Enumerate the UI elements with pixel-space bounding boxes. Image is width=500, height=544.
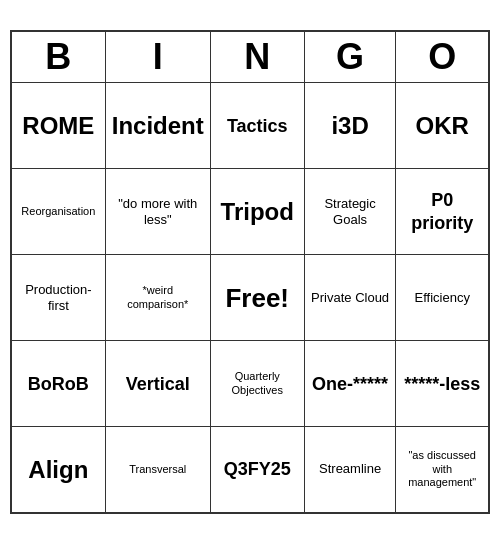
header-i: I [105,31,210,83]
cell-content: Strategic Goals [311,196,390,229]
bingo-cell: Q3FY25 [210,427,304,513]
header-o: O [396,31,489,83]
cell-content: Quarterly Objectives [217,370,298,398]
bingo-cell: OKR [396,83,489,169]
bingo-cell: "as discussed with management" [396,427,489,513]
bingo-cell: Transversal [105,427,210,513]
bingo-cell: Reorganisation [11,169,105,255]
cell-content: Transversal [112,463,204,477]
table-row: Production-first*weird comparison*Free!P… [11,255,489,341]
cell-content: ROME [18,111,99,141]
header-g: G [304,31,396,83]
cell-content: *****-less [402,373,482,396]
table-row: Reorganisation"do more with less"TripodS… [11,169,489,255]
bingo-cell: "do more with less" [105,169,210,255]
bingo-grid: B I N G O ROMEIncidentTacticsi3DOKRReorg… [10,30,490,514]
cell-content: Align [18,455,99,485]
cell-content: Q3FY25 [217,458,298,481]
cell-content: Tripod [217,197,298,227]
bingo-cell: Strategic Goals [304,169,396,255]
cell-content: *weird comparison* [112,284,204,312]
bingo-cell: One-***** [304,341,396,427]
cell-content: Private Cloud [311,290,390,306]
bingo-cell: Tripod [210,169,304,255]
bingo-cell: i3D [304,83,396,169]
cell-content: Vertical [112,373,204,396]
cell-content: Streamline [311,461,390,477]
bingo-cell: Streamline [304,427,396,513]
cell-content: P0 priority [402,189,482,234]
table-row: ROMEIncidentTacticsi3DOKR [11,83,489,169]
bingo-cell: ROME [11,83,105,169]
bingo-cell: Vertical [105,341,210,427]
bingo-cell: Incident [105,83,210,169]
cell-content: Free! [217,282,298,315]
header-row: B I N G O [11,31,489,83]
bingo-cell: Quarterly Objectives [210,341,304,427]
bingo-cell: Private Cloud [304,255,396,341]
header-n: N [210,31,304,83]
cell-content: One-***** [311,373,390,396]
cell-content: Tactics [217,115,298,138]
bingo-cell: BoRoB [11,341,105,427]
bingo-cell: Align [11,427,105,513]
cell-content: Reorganisation [18,205,99,219]
cell-content: i3D [311,111,390,141]
cell-content: "do more with less" [112,196,204,229]
cell-content: BoRoB [18,373,99,396]
table-row: AlignTransversalQ3FY25Streamline"as disc… [11,427,489,513]
cell-content: Production-first [18,282,99,315]
cell-content: Incident [112,111,204,141]
bingo-cell: *weird comparison* [105,255,210,341]
table-row: BoRoBVerticalQuarterly ObjectivesOne-***… [11,341,489,427]
cell-content: "as discussed with management" [402,449,482,490]
bingo-cell: Free! [210,255,304,341]
bingo-cell: Efficiency [396,255,489,341]
bingo-cell: P0 priority [396,169,489,255]
cell-content: OKR [402,111,482,141]
bingo-cell: Production-first [11,255,105,341]
bingo-cell: Tactics [210,83,304,169]
header-b: B [11,31,105,83]
bingo-cell: *****-less [396,341,489,427]
cell-content: Efficiency [402,290,482,306]
